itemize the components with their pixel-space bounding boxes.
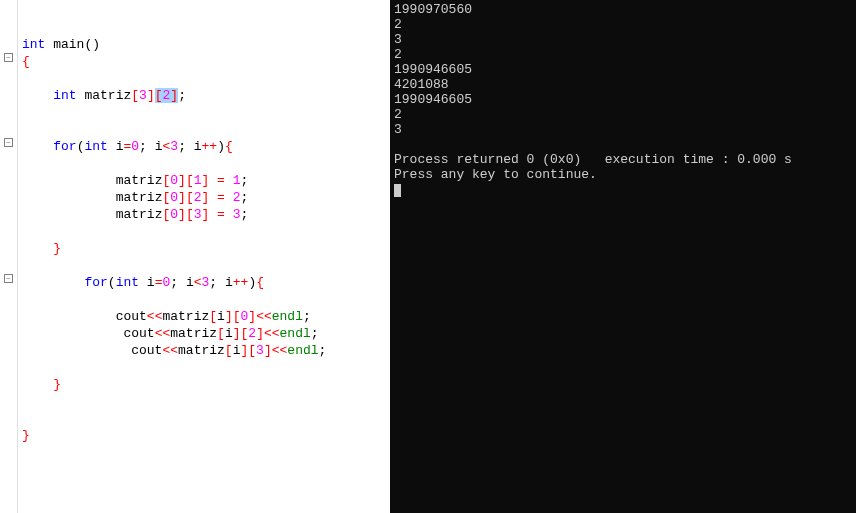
code-line[interactable]: cout<<matriz[i][3]<<endl; [22,342,386,359]
console-output-line: 2 [394,47,852,62]
code-line[interactable]: } [22,376,386,393]
console-output-line: 4201088 [394,77,852,92]
code-line[interactable] [22,121,386,138]
code-line[interactable] [22,19,386,36]
code-line[interactable]: matriz[0][2] = 2; [22,189,386,206]
code-line[interactable] [22,223,386,240]
code-area[interactable]: int main(){ int matriz[3][2]; for(int i=… [18,0,390,513]
code-line[interactable]: matriz[0][3] = 3; [22,206,386,223]
code-line[interactable] [22,444,386,461]
code-editor-pane[interactable]: −−− int main(){ int matriz[3][2]; for(in… [0,0,390,513]
code-line[interactable]: { [22,53,386,70]
code-line[interactable]: for(int i=0; i<3; i++){ [22,274,386,291]
console-output-line: 1990970560 [394,2,852,17]
fold-toggle-icon[interactable]: − [4,274,13,283]
code-line[interactable]: int matriz[3][2]; [22,87,386,104]
console-status-line: Process returned 0 (0x0) execution time … [394,152,852,167]
console-output-line: 1990946605 [394,62,852,77]
fold-toggle-icon[interactable]: − [4,138,13,147]
code-line[interactable] [22,393,386,410]
console-blank-line [394,137,852,152]
code-line[interactable] [22,2,386,19]
console-output-line: 2 [394,17,852,32]
fold-toggle-icon[interactable]: − [4,53,13,62]
console-pane[interactable]: 1990970560232199094660542010881990946605… [390,0,856,513]
console-output-line: 2 [394,107,852,122]
code-line[interactable]: matriz[0][1] = 1; [22,172,386,189]
console-output-line: 3 [394,32,852,47]
code-line[interactable]: cout<<matriz[i][2]<<endl; [22,325,386,342]
console-prompt-line: Press any key to continue. [394,167,852,182]
code-line[interactable] [22,257,386,274]
console-output-line: 1990946605 [394,92,852,107]
code-line[interactable]: } [22,427,386,444]
console-output-line: 3 [394,122,852,137]
code-line[interactable] [22,359,386,376]
code-line[interactable] [22,155,386,172]
console-cursor-line [394,182,852,197]
code-line[interactable]: cout<<matriz[i][0]<<endl; [22,308,386,325]
editor-gutter: −−− [0,0,18,513]
cursor-icon [394,184,401,197]
code-line[interactable] [22,104,386,121]
code-line[interactable]: for(int i=0; i<3; i++){ [22,138,386,155]
code-line[interactable]: } [22,240,386,257]
code-line[interactable] [22,70,386,87]
code-line[interactable]: int main() [22,36,386,53]
code-line[interactable] [22,291,386,308]
code-line[interactable] [22,410,386,427]
